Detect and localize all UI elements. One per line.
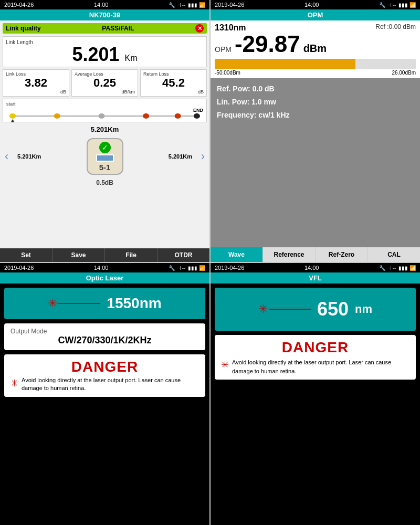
screen-otdr: 2019-04-26 14:00 🔧 ⊣↔ ▮▮▮ 📶 NK700-39 Lin… <box>0 0 209 262</box>
link-quality-label: Link quality <box>6 25 41 32</box>
opm-unit: dBm <box>303 43 327 55</box>
opm-reading-row: OPM -29.87 dBm <box>215 33 416 56</box>
battery-icon-4: ▮▮▮ <box>398 265 408 271</box>
wrench-icon-4: 🔧 <box>379 265 385 271</box>
svg-point-1 <box>9 113 16 119</box>
opm-tab-bar: Wave Reference Ref-Zero CAL <box>211 247 420 262</box>
danger-content-3: ✳ Avoid looking directly at the laser ou… <box>10 376 199 393</box>
trace-end-label: END <box>193 108 203 113</box>
content-2: 1310nm Ref :0.00 dBm OPM -29.87 dBm -50.… <box>211 20 420 262</box>
opm-tab-reference[interactable]: Reference <box>263 247 316 262</box>
tab-set[interactable]: Set <box>0 248 52 262</box>
content-1: Link quality PASS/FAIL ✕ Link Length 5.2… <box>0 20 209 248</box>
status-icons-4: 🔧 ⊣↔ ▮▮▮ 📶 <box>379 265 416 271</box>
date-3: 2019-04-26 <box>4 265 34 271</box>
vfl-danger-box: DANGER ✳ Avoid looking directly at the l… <box>215 335 416 380</box>
signal-icon-3: 📶 <box>199 265 205 271</box>
opm-bar-area: -50.00dBm 26.00dBm <box>211 57 420 78</box>
ref-pow-row: Ref. Pow: 0.0 dB <box>217 82 414 96</box>
right-arrow-icon[interactable]: › <box>201 150 205 163</box>
svg-point-2 <box>54 113 60 119</box>
opm-details: Ref. Pow: 0.0 dB Lin. Pow: 1.0 mw Freque… <box>211 78 420 247</box>
signal-icon: 📶 <box>199 2 205 8</box>
screen-opm: 2019-04-26 14:00 🔧 ⊣↔ ▮▮▮ 📶 OPM 1310nm R… <box>211 0 420 262</box>
svg-point-6 <box>194 113 200 119</box>
trace-line: END <box>6 108 203 122</box>
status-bar-3: 2019-04-26 14:00 🔧 ⊣↔ ▮▮▮ 📶 <box>0 263 209 272</box>
title-bar-3: Optic Laser <box>0 272 209 284</box>
opm-tab-cal[interactable]: CAL <box>368 247 420 262</box>
link-quality-bar: Link quality PASS/FAIL ✕ <box>3 23 207 34</box>
conn-right-dist: 5.201Km <box>169 153 192 160</box>
connector-loss: 0.5dB <box>96 179 113 186</box>
conn-left-dist: 5.201Km <box>17 153 41 160</box>
left-arrow-icon[interactable]: ‹ <box>5 150 8 163</box>
time-4: 14:00 <box>304 265 319 271</box>
laser-wave-box: ✳ 1550nm <box>4 288 205 319</box>
opm-ref: Ref :0.00 dBm <box>375 23 416 30</box>
tab-bar-1: Set Save File OTDR <box>0 248 209 262</box>
link-quality-value: PASS/FAIL <box>102 25 134 32</box>
time-1: 14:00 <box>94 2 109 8</box>
status-icons-2: 🔧 ⊣↔ ▮▮▮ 📶 <box>379 2 416 8</box>
link-length-unit: Km <box>125 54 138 62</box>
svg-point-3 <box>98 113 104 119</box>
time-2: 14:00 <box>304 2 319 8</box>
usb-icon-4: ⊣↔ <box>387 265 397 271</box>
status-icons-1: 🔧 ⊣↔ ▮▮▮ 📶 <box>169 2 205 8</box>
opm-label: OPM <box>215 45 232 54</box>
usb-icon-2: ⊣↔ <box>387 2 397 8</box>
opm-value: -29.87 <box>235 33 300 56</box>
battery-icon-2: ▮▮▮ <box>398 2 408 8</box>
close-button[interactable]: ✕ <box>195 24 204 33</box>
opm-header: 1310nm Ref :0.00 dBm OPM -29.87 dBm <box>211 20 420 57</box>
danger-text-3: Avoid looking directly at the laser outp… <box>22 376 199 393</box>
output-mode-box: Output Mode CW/270/330/1K/2KHz <box>4 323 205 350</box>
connector-diagram: ‹ 5.201Km ✓ 5-1 5.201Km › <box>3 135 207 177</box>
vfl-laser-star-icon: ✳ <box>258 302 268 316</box>
danger-icon-3: ✳ <box>10 377 18 389</box>
signal-icon-2: 📶 <box>410 2 416 8</box>
status-bar-2: 2019-04-26 14:00 🔧 ⊣↔ ▮▮▮ 📶 <box>211 0 420 9</box>
status-icons-3: 🔧 ⊣↔ ▮▮▮ 📶 <box>169 265 205 271</box>
loss-row: Link Loss 3.82 dB Average Loss 0.25 dB/k… <box>3 69 207 97</box>
link-length-value: 5.201 Km <box>6 45 204 64</box>
opm-tab-refzero[interactable]: Ref-Zero <box>316 247 368 262</box>
date-4: 2019-04-26 <box>215 265 244 271</box>
range-max: 26.00dBm <box>392 70 416 76</box>
vfl-wave-box: ✳ 650 nm <box>215 288 416 331</box>
vfl-danger-title: DANGER <box>282 339 349 356</box>
wrench-icon: 🔧 <box>169 2 175 8</box>
tab-otdr[interactable]: OTDR <box>158 248 209 262</box>
svg-point-4 <box>143 113 149 119</box>
signal-icon-4: 📶 <box>410 265 416 271</box>
date-1: 2019-04-26 <box>4 2 34 8</box>
opm-range-labels: -50.00dBm 26.00dBm <box>215 70 416 76</box>
opm-slider-fill <box>215 59 355 69</box>
laser-wavelength: 1550nm <box>107 295 161 312</box>
avg-loss-cell: Average Loss 0.25 dB/km <box>71 69 138 97</box>
link-loss-cell: Link Loss 3.82 dB <box>3 69 69 97</box>
freq-row: Frequency: cw/1 kHz <box>217 109 414 122</box>
opm-tab-wave[interactable]: Wave <box>211 247 263 262</box>
return-loss-cell: Return Loss 45.2 dB <box>140 69 207 97</box>
laser-star-icon: ✳ <box>48 297 57 310</box>
danger-title-3: DANGER <box>71 359 138 375</box>
vfl-laser-line <box>269 309 311 310</box>
title-bar-4: VFL <box>211 272 420 284</box>
vfl-danger-text: Avoid looking directly at the laser outp… <box>232 358 410 375</box>
check-icon: ✓ <box>99 142 111 153</box>
tab-save[interactable]: Save <box>52 248 105 262</box>
tab-file[interactable]: File <box>105 248 158 262</box>
time-3: 14:00 <box>94 265 109 271</box>
connector-box: ✓ 5-1 <box>87 138 123 175</box>
status-bar-1: 2019-04-26 14:00 🔧 ⊣↔ ▮▮▮ 📶 <box>0 0 209 9</box>
wrench-icon-2: 🔧 <box>379 2 385 8</box>
vfl-danger-icon: ✳ <box>221 359 229 371</box>
laser-icon: ✳ <box>48 297 100 310</box>
range-min: -50.00dBm <box>215 70 240 76</box>
svg-point-5 <box>175 113 181 119</box>
danger-box-3: DANGER ✳ Avoid looking directly at the l… <box>4 354 205 397</box>
content-4: ✳ 650 nm DANGER ✳ Avoid looking directly… <box>211 284 420 525</box>
link-length-box: Link Length 5.201 Km <box>3 36 207 67</box>
